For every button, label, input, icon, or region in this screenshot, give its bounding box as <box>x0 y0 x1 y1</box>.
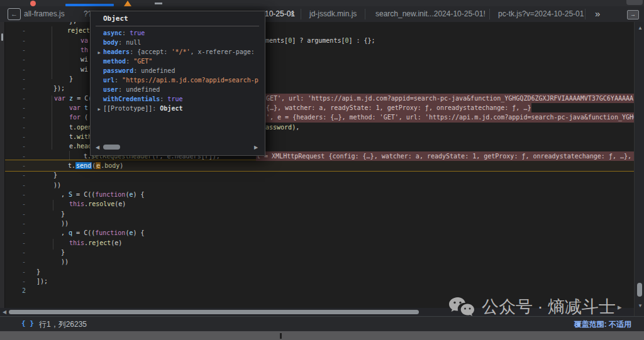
object-property-row[interactable]: ▶[[Prototype]]: Object <box>91 104 269 113</box>
code-line-fragment: } <box>53 170 57 180</box>
code-line-fragment: )) <box>53 180 61 190</box>
object-property-row[interactable]: password: undefined <box>91 66 269 75</box>
code-token: )) <box>53 182 61 189</box>
close-tab-icon[interactable]: × <box>288 6 297 22</box>
object-property-row[interactable]: method: "GET" <box>91 57 269 66</box>
gutter-line-marker[interactable]: - <box>19 84 29 94</box>
popup-scroll-left-icon[interactable]: ◀ <box>96 145 99 150</box>
gutter-line-marker[interactable]: - <box>19 248 29 258</box>
popup-title: Object <box>103 14 128 23</box>
property-key: body <box>103 39 118 46</box>
gutter-line-marker[interactable]: - <box>19 170 29 180</box>
code-token: (e) <box>111 239 122 246</box>
code-token: t = XMLHttpRequest {config: {…}, watcher… <box>257 153 644 160</box>
code-line-fragment: t.with <box>69 132 92 141</box>
gutter-line-marker[interactable]: - <box>19 112 29 123</box>
highlighted-code-fragment: GET', url: 'https://api.m.jd.com?appid=s… <box>265 94 638 103</box>
gutter-line-marker[interactable]: - <box>19 219 29 229</box>
key-value-separator: : <box>160 96 167 102</box>
code-token: function <box>95 229 125 236</box>
pretty-print-icon[interactable]: { } <box>21 319 34 327</box>
code-line-fragment: )) <box>61 257 69 266</box>
code-token: .with <box>73 133 92 140</box>
gutter-line-marker[interactable]: - <box>19 45 29 55</box>
gutter-line-marker[interactable]: - <box>19 199 29 209</box>
tab-jd-jssdk[interactable]: jd-jssdk.min.js <box>309 6 357 22</box>
code-token: (e) <box>114 200 126 207</box>
gutter-line-marker[interactable]: - <box>19 180 29 190</box>
object-property-row[interactable]: async: true <box>91 28 269 38</box>
scroll-left-icon[interactable]: ◀ <box>3 310 6 315</box>
gutter-line-marker[interactable]: - <box>19 190 29 200</box>
gutter-line-marker[interactable]: - <box>19 94 29 104</box>
left-edge-strip <box>0 22 5 316</box>
vertical-scrollbar[interactable]: ▲ ▼ <box>634 22 644 316</box>
devtools-sources-panel: ← all-frames.js ?? 10-25-01 × jd-jssdk.m… <box>0 0 644 340</box>
scroll-down-icon[interactable]: ▼ <box>638 304 643 309</box>
gutter-line-marker[interactable]: - <box>19 238 29 248</box>
gutter-line-marker[interactable]: 2 <box>19 286 29 296</box>
error-count-badge[interactable] <box>30 1 36 6</box>
code-token: this <box>69 200 84 207</box>
property-key: method <box>103 58 126 65</box>
gutter-line-marker[interactable]: - <box>19 277 29 287</box>
horizontal-scroll-thumb[interactable] <box>9 310 419 314</box>
indent-guide <box>69 151 70 160</box>
property-key: withCredentials <box>103 96 160 102</box>
code-line-fragment: }); <box>53 84 65 93</box>
gutter-line-marker[interactable]: - <box>19 65 29 75</box>
property-value: , x-referer-page: <box>191 48 255 55</box>
gutter-line-marker[interactable]: - <box>19 257 29 267</box>
open-panel-icon[interactable]: → <box>627 10 639 19</box>
key-value-separator: : <box>133 67 141 74</box>
code-line-fragment: wi <box>80 55 88 64</box>
gutter-line-marker[interactable]: - <box>19 267 29 277</box>
tab-search-new-init[interactable]: search_new.init...2024-10-25-01! <box>375 6 486 22</box>
scroll-up-icon[interactable]: ▲ <box>638 26 643 31</box>
gutter-line-marker[interactable]: - <box>19 132 29 142</box>
indent-guide <box>53 200 53 211</box>
code-token: body <box>104 162 119 169</box>
popup-scroll-right-icon[interactable]: ▶ <box>254 145 258 150</box>
code-token: }, <box>69 22 77 25</box>
object-property-row[interactable]: withCredentials: true <box>91 94 269 104</box>
hovered-token[interactable]: e <box>96 162 101 169</box>
expand-arrow-icon[interactable]: ▶ <box>95 48 103 57</box>
expand-arrow-icon[interactable]: ▶ <box>95 105 103 113</box>
property-value: true <box>167 96 182 102</box>
vertical-scroll-thumb[interactable] <box>637 283 642 297</box>
property-value: null <box>126 39 141 46</box>
gutter-line-marker[interactable]: - <box>19 36 29 46</box>
tab-pc-tk[interactable]: pc-tk.js?v=2024-10-25-01 <box>498 6 584 22</box>
gutter-line-marker[interactable]: - <box>19 55 29 65</box>
warning-icon[interactable] <box>124 1 131 6</box>
object-property-row[interactable]: ▶headers: {accept: '*/*', x-referer-page… <box>91 47 269 57</box>
watermark-caret-icon: ▸ <box>618 302 622 312</box>
watermark: 公众号 · 熵减斗士 ▸ <box>448 295 622 318</box>
code-line-fragment: ]); <box>36 277 48 286</box>
gutter-line-marker[interactable]: - <box>19 103 29 113</box>
gutter-line-marker[interactable]: - <box>19 74 29 84</box>
code-token: )) <box>61 220 69 227</box>
coverage-status-link[interactable]: 覆盖范围: 不适用 <box>574 319 631 330</box>
selected-token[interactable]: send <box>75 162 92 169</box>
code-token: resolve <box>88 200 114 207</box>
tab-separator <box>365 9 365 19</box>
gutter-line-marker[interactable]: - <box>19 209 29 219</box>
object-property-row[interactable]: body: null <box>91 38 269 47</box>
object-property-row[interactable]: user: undefined <box>91 85 269 94</box>
object-property-row[interactable]: url: "https://api.m.jd.com?appid=search-… <box>91 75 269 85</box>
show-navigator-icon[interactable]: ← <box>8 8 21 20</box>
property-value: true <box>130 30 145 36</box>
wechat-icon <box>448 296 475 317</box>
code-line-fragment: th <box>80 45 88 55</box>
tab-all-frames[interactable]: all-frames.js <box>24 6 65 22</box>
gutter-line-marker[interactable]: - <box>19 26 29 36</box>
gutter-line-marker[interactable]: - <box>19 228 29 238</box>
code-token: ) { <box>133 229 144 236</box>
code-token: , <box>296 124 299 131</box>
popup-scroll-thumb[interactable] <box>103 145 120 150</box>
gutter-line-marker[interactable]: - <box>19 123 29 133</box>
more-tabs-chevron-icon[interactable]: » <box>595 6 599 22</box>
gutter-line-marker[interactable]: - <box>19 141 29 151</box>
